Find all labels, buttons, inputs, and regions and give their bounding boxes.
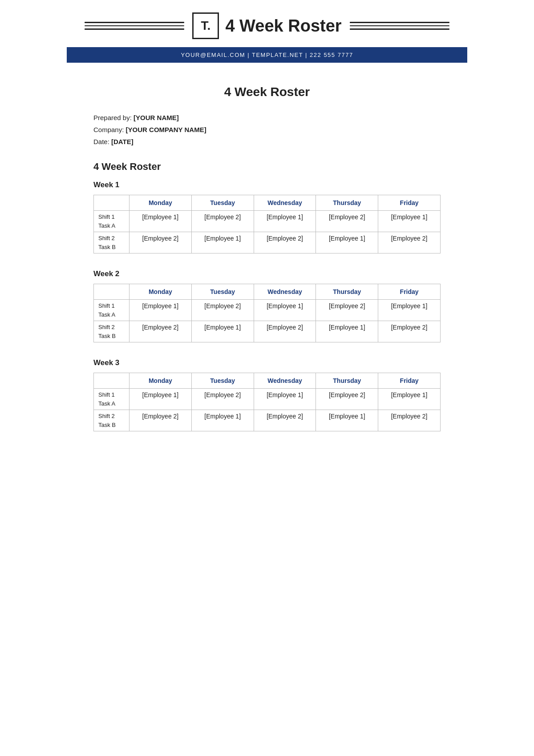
- week-2-row-1-label: Shift 2: [94, 321, 129, 332]
- prepared-by-value: [YOUR NAME]: [134, 114, 179, 121]
- week-3-row-1-task-cell-2: [254, 421, 316, 431]
- week-1-section: Week 1MondayTuesdayWednesdayThursdayFrid…: [93, 181, 441, 253]
- week-3-row-0-task-cell-0: [129, 399, 192, 410]
- week-1-row-1-cell-0: [Employee 2]: [129, 232, 192, 243]
- week-2-col-2: Tuesday: [191, 284, 254, 300]
- week-2-row-0-shift: Shift 1[Employee 1][Employee 2][Employee…: [94, 300, 441, 311]
- week-1-row-1-task-cell-3: [316, 243, 378, 253]
- week-3-row-0-task-cell-3: [316, 399, 378, 410]
- week-1-row-1-label: Shift 2: [94, 232, 129, 243]
- week-2-row-1-task-cell-3: [316, 332, 378, 342]
- week-3-row-0-cell-4: [Employee 1]: [378, 389, 441, 400]
- week-1-col-5: Friday: [378, 195, 441, 211]
- week-2-row-0-task-cell-0: [129, 310, 192, 321]
- week-2-table: MondayTuesdayWednesdayThursdayFridayShif…: [93, 284, 441, 342]
- week-3-row-0-task-cell-4: [378, 399, 441, 410]
- page-header: T. 4 Week Roster: [67, 0, 467, 47]
- week-1-title: Week 1: [93, 181, 441, 189]
- meta-info: Prepared by: [YOUR NAME] Company: [YOUR …: [93, 112, 441, 148]
- week-2-row-1-task: Task B: [94, 332, 441, 342]
- week-2-row-1-task-cell-0: [129, 332, 192, 342]
- week-3-row-1-cell-1: [Employee 1]: [191, 410, 254, 421]
- week-1-col-0: [94, 195, 129, 211]
- week-3-row-0-task-cell-1: [191, 399, 254, 410]
- week-3-row-1-shift: Shift 2[Employee 2][Employee 1][Employee…: [94, 410, 441, 421]
- week-2-col-0: [94, 284, 129, 300]
- week-2-title: Week 2: [93, 269, 441, 278]
- week-1-row-0-task-label: Task A: [94, 221, 129, 232]
- week-3-title: Week 3: [93, 358, 441, 367]
- week-1-row-0-cell-2: [Employee 1]: [254, 211, 316, 222]
- week-3-row-0-label: Shift 1: [94, 389, 129, 400]
- week-3-row-1-task-cell-4: [378, 421, 441, 431]
- week-2-row-0-task: Task A: [94, 310, 441, 321]
- week-2-row-0-task-cell-1: [191, 310, 254, 321]
- week-3-row-1-task: Task B: [94, 421, 441, 431]
- week-3-row-1-cell-2: [Employee 2]: [254, 410, 316, 421]
- week-2-row-1-task-cell-1: [191, 332, 254, 342]
- week-3-col-1: Monday: [129, 373, 192, 389]
- week-3-col-0: [94, 373, 129, 389]
- week-3-col-4: Thursday: [316, 373, 378, 389]
- week-1-row-0-label: Shift 1: [94, 211, 129, 222]
- section-title: 4 Week Roster: [93, 161, 441, 173]
- week-1-col-1: Monday: [129, 195, 192, 211]
- week-3-row-0-cell-0: [Employee 1]: [129, 389, 192, 400]
- week-1-row-0-task-cell-0: [129, 221, 192, 232]
- week-3-table: MondayTuesdayWednesdayThursdayFridayShif…: [93, 373, 441, 431]
- week-2-row-1-cell-3: [Employee 1]: [316, 321, 378, 332]
- logo: T.: [192, 12, 219, 39]
- week-1-col-3: Wednesday: [254, 195, 316, 211]
- week-2-row-0-task-cell-3: [316, 310, 378, 321]
- week-1-row-0-task-cell-2: [254, 221, 316, 232]
- week-1-row-0-cell-3: [Employee 2]: [316, 211, 378, 222]
- week-2-col-4: Thursday: [316, 284, 378, 300]
- week-3-row-1-task-label: Task B: [94, 421, 129, 431]
- week-3-row-1-cell-3: [Employee 1]: [316, 410, 378, 421]
- week-2-row-1-task-cell-4: [378, 332, 441, 342]
- prepared-by-label: Prepared by:: [93, 114, 132, 121]
- contact-bar: YOUR@EMAIL.COM | TEMPLATE.NET | 222 555 …: [67, 47, 467, 63]
- header-line-1: [85, 22, 184, 23]
- week-1-row-1-task-label: Task B: [94, 243, 129, 253]
- week-1-row-1-task-cell-0: [129, 243, 192, 253]
- week-2-row-0-cell-2: [Employee 1]: [254, 300, 316, 311]
- company-value: [YOUR COMPANY NAME]: [126, 126, 206, 133]
- week-1-row-0-task-cell-4: [378, 221, 441, 232]
- week-2-row-0-label: Shift 1: [94, 300, 129, 311]
- header-title: 4 Week Roster: [225, 16, 341, 36]
- week-2-row-0-cell-1: [Employee 2]: [191, 300, 254, 311]
- header-line-2: [85, 25, 184, 27]
- week-3-row-0-task: Task A: [94, 399, 441, 410]
- week-2-row-0-cell-4: [Employee 1]: [378, 300, 441, 311]
- week-1-row-0-shift: Shift 1[Employee 1][Employee 2][Employee…: [94, 211, 441, 222]
- week-1-row-0-cell-1: [Employee 2]: [191, 211, 254, 222]
- week-2-row-1-task-cell-2: [254, 332, 316, 342]
- week-3-row-0-shift: Shift 1[Employee 1][Employee 2][Employee…: [94, 389, 441, 400]
- main-content: 4 Week Roster Prepared by: [YOUR NAME] C…: [67, 63, 467, 474]
- week-1-row-1-task-cell-1: [191, 243, 254, 253]
- prepared-by-row: Prepared by: [YOUR NAME]: [93, 112, 441, 124]
- week-2-col-1: Monday: [129, 284, 192, 300]
- company-label: Company:: [93, 126, 124, 133]
- week-1-row-1-task-cell-2: [254, 243, 316, 253]
- week-2-row-0-task-cell-4: [378, 310, 441, 321]
- week-2-row-0-cell-3: [Employee 2]: [316, 300, 378, 311]
- week-3-row-1-label: Shift 2: [94, 410, 129, 421]
- date-label: Date:: [93, 138, 109, 145]
- header-center: T. 4 Week Roster: [192, 12, 341, 39]
- doc-title: 4 Week Roster: [93, 85, 441, 99]
- week-2-col-3: Wednesday: [254, 284, 316, 300]
- week-1-row-0-task: Task A: [94, 221, 441, 232]
- week-2-row-1-cell-2: [Employee 2]: [254, 321, 316, 332]
- week-2-row-1-task-label: Task B: [94, 332, 129, 342]
- date-row: Date: [DATE]: [93, 136, 441, 148]
- contact-info: YOUR@EMAIL.COM | TEMPLATE.NET | 222 555 …: [181, 52, 353, 58]
- week-3-row-1-cell-0: [Employee 2]: [129, 410, 192, 421]
- week-2-row-0-task-cell-2: [254, 310, 316, 321]
- week-2-row-1-cell-0: [Employee 2]: [129, 321, 192, 332]
- week-2-row-0-cell-0: [Employee 1]: [129, 300, 192, 311]
- week-1-col-2: Tuesday: [191, 195, 254, 211]
- week-3-row-1-task-cell-1: [191, 421, 254, 431]
- week-1-row-1-task: Task B: [94, 243, 441, 253]
